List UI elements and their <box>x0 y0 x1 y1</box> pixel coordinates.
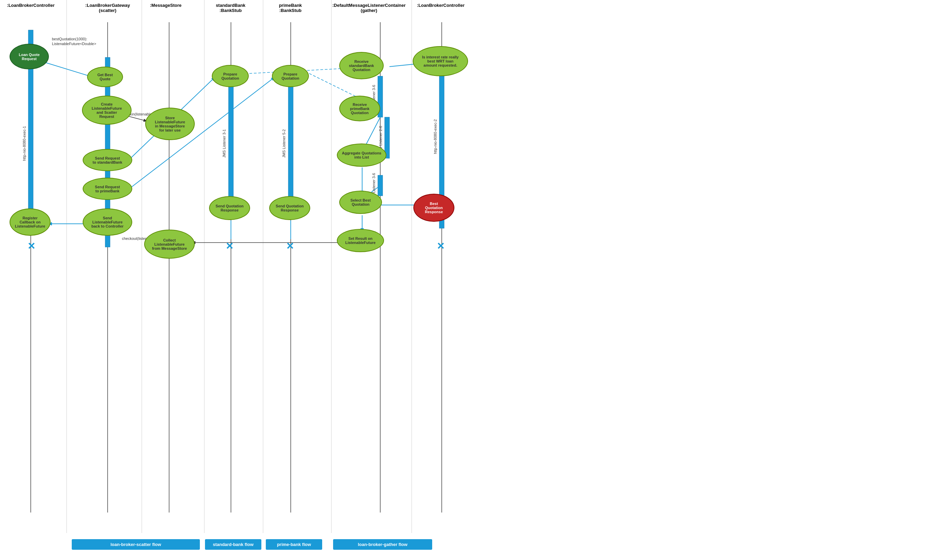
svg-rect-18 <box>229 83 233 215</box>
svg-text:✕: ✕ <box>226 241 233 251</box>
svg-text:✕: ✕ <box>27 241 35 251</box>
diagram-arrows: ✕ ✕ ✕ ✕ http-nio-8080-exec-1 JMS Listene… <box>0 0 946 560</box>
lifeline-header-message-store: :MessageStore <box>147 3 185 8</box>
svg-text:http-nio-8080-exec-1: http-nio-8080-exec-1 <box>22 126 26 161</box>
node-collect-listenable: CollectListenableFuturefrom MessageStore <box>144 229 195 258</box>
flow-label-gather: loan-broker-gather flow <box>333 539 432 550</box>
svg-rect-22 <box>378 175 383 196</box>
node-loan-quote-request: Loan QuoteRequest <box>9 44 49 69</box>
svg-line-27 <box>128 116 148 121</box>
node-send-request-prime: Send Requestto primeBank <box>83 178 132 200</box>
node-aggregate: Aggregate Quotationsinto List <box>337 143 386 167</box>
diagram-container: ✕ ✕ ✕ ✕ http-nio-8080-exec-1 JMS Listene… <box>0 0 946 560</box>
node-prepare-quotation-std: PrepareQuotation <box>212 65 249 87</box>
node-send-quotation-prime: Send QuotationResponse <box>269 196 310 220</box>
lifeline-header-lb-gateway: :LoanBrokerGateway(scatter) <box>84 3 132 13</box>
flow-label-standard: standard-bank flow <box>205 539 261 550</box>
svg-rect-19 <box>288 83 293 215</box>
flow-label-prime: prime-bank flow <box>266 539 322 550</box>
node-send-quotation-std: Send QuotationResponse <box>209 196 250 220</box>
node-is-interest-rate: Is interest rate reallybest WRT loanamou… <box>413 46 468 76</box>
svg-text:http-nio-8080-exec-2: http-nio-8080-exec-2 <box>433 119 437 154</box>
node-best-quotation-response: BestQuotationResponse <box>414 194 454 222</box>
svg-text:bestQuotation(1000):: bestQuotation(1000): <box>52 37 87 41</box>
node-create-listenable: CreateListenableFutureand ScatterRequest <box>82 96 132 125</box>
node-receive-prime: ReceiveprimeBankQuotation <box>339 96 380 121</box>
node-send-listenable-back: SendListenableFutureback to Controller <box>83 208 132 236</box>
node-get-best-quote: Get BestQuote <box>87 67 123 87</box>
node-register-callback: RegisterCallback onListenableFuture <box>9 208 51 236</box>
svg-text:✕: ✕ <box>286 241 294 251</box>
svg-text:JMS Listener 3-1: JMS Listener 3-1 <box>222 129 226 157</box>
node-send-request-standard: Send Requestto standardBank <box>83 149 132 171</box>
lifeline-header-standard-bank: standardBank :BankStub <box>210 3 251 13</box>
flow-label-scatter: loan-broker-scatter flow <box>72 539 200 550</box>
node-prepare-quotation-prime: PrepareQuotation <box>272 65 309 87</box>
node-set-result: Set Result onListenableFuture <box>337 229 384 252</box>
svg-text:✕: ✕ <box>437 241 445 251</box>
lifeline-header-lb-controller-right: :LoanBrokerController <box>417 3 465 8</box>
lifeline-header-prime-bank: primeBank :BankStub <box>270 3 311 13</box>
svg-text:JMS Listener 5-2: JMS Listener 5-2 <box>282 129 286 157</box>
node-store-listenable: StoreListenableFuturein MessageStorefor … <box>145 108 195 140</box>
node-receive-standard: ReceivestandardBankQuotation <box>339 52 384 79</box>
svg-text:ListenableFuture<Double>: ListenableFuture<Double> <box>52 42 96 46</box>
node-select-best: Select BestQuotation <box>339 191 382 214</box>
lifeline-header-lb-controller-left: :LoanBrokerController <box>10 3 51 8</box>
lifeline-header-default-msg: :DefaultMessageListenerContainer(gather) <box>341 3 396 13</box>
